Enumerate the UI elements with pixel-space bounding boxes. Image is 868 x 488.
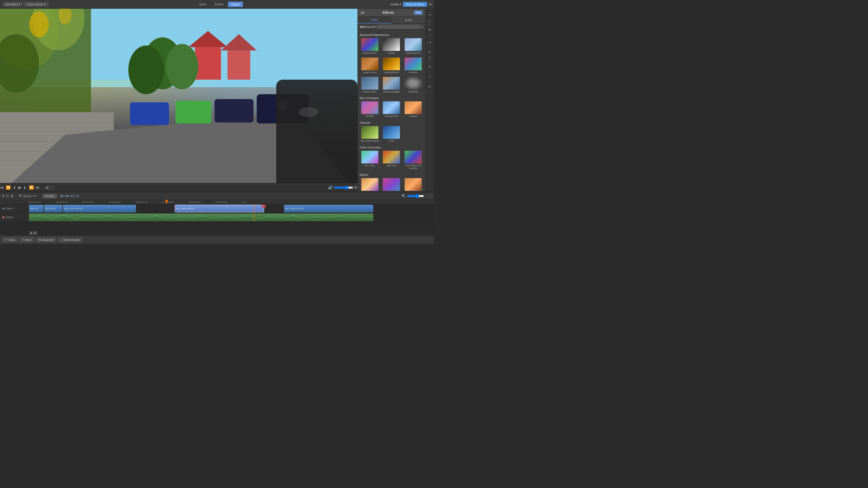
- effect-three-way-color[interactable]: Three-Way Color Corrector: [403, 150, 423, 170]
- create-button[interactable]: Create ▾: [390, 3, 401, 6]
- video-clip-img03[interactable]: IMG_03: [29, 205, 43, 212]
- effect-blend-with-original-label: Blend with Original: [361, 140, 379, 142]
- next-track-button[interactable]: ⏭: [36, 186, 40, 190]
- effect-reduce-noise-thumb: [361, 77, 378, 90]
- organizer-icon: ⊞: [39, 238, 41, 241]
- fx-icon-button[interactable]: fx: [426, 26, 434, 33]
- effect-split-tone[interactable]: Split Tone: [381, 150, 402, 170]
- play-button[interactable]: ▶: [19, 185, 21, 190]
- mode-quick-button[interactable]: Quick: [195, 2, 210, 7]
- effect-hsl-tuner-label: HSL Tuner: [365, 164, 375, 167]
- scroll-left-button[interactable]: ◀: [29, 231, 33, 235]
- effect-fast-blur[interactable]: Fast Blur: [360, 100, 380, 118]
- effect-lens-distortion[interactable]: Lens Distortion: [381, 177, 402, 192]
- effect-shadow-highlight[interactable]: Shadow/Highlight: [381, 76, 402, 94]
- effect-lighting-effects[interactable]: Lighting Effects: [381, 57, 402, 74]
- effect-mirror[interactable]: Mirror: [403, 177, 423, 192]
- effect-blend-with-original[interactable]: Blend with Original: [360, 125, 380, 143]
- list-icon-button[interactable]: ≡: [426, 63, 434, 70]
- effect-channel-mixer-label: Channel Mixer: [363, 52, 377, 55]
- prev-frame-button[interactable]: ⏪: [6, 185, 11, 190]
- mode-guided-button[interactable]: Guided: [211, 2, 227, 7]
- effect-lighting-effects-thumb: [383, 57, 400, 70]
- emoji-icon-button[interactable]: ☺: [426, 83, 434, 90]
- effect-image-control[interactable]: Image Control: [360, 57, 380, 74]
- effects-tabs: Video Audio: [358, 17, 425, 24]
- clip-delete-marker[interactable]: ✕: [262, 205, 266, 207]
- effect-gaussian-blur[interactable]: Gaussian Blur: [381, 100, 402, 118]
- export-button[interactable]: Export & Share: [403, 2, 427, 7]
- home-icon: ⌂: [61, 238, 62, 241]
- effect-haze-removal[interactable]: Haze Removal: [403, 37, 423, 55]
- timeline-fullscreen-button[interactable]: ⛶: [429, 194, 432, 198]
- undo-button[interactable]: ↩ Undo: [2, 237, 17, 242]
- effect-posterize[interactable]: Posterize: [403, 57, 423, 74]
- home-screen-button[interactable]: ⌂ Home Screen: [58, 237, 82, 242]
- timeline-settings-button[interactable]: ⚙: [2, 194, 5, 198]
- time-marker-1: 00:00:08:00: [56, 201, 67, 203]
- organizer-button[interactable]: ⊞ Organizer: [36, 237, 56, 242]
- step-back-button[interactable]: ⏴: [12, 186, 17, 190]
- panel-collapse-button[interactable]: ◀◀: [361, 11, 364, 14]
- video-track-row: 📹 Video 1 IMG_03 IMG_0368. IMG_0381.mov …: [0, 204, 434, 213]
- audio-clip-1[interactable]: [29, 214, 373, 221]
- step-forward-button[interactable]: ⏵: [23, 186, 27, 190]
- top-toolbar: Add Media ▾ Project Assets ▾ Quick Guide…: [0, 0, 434, 9]
- redo-button[interactable]: ↪ Redo: [19, 237, 34, 242]
- effect-channel-mixer[interactable]: Channel Mixer: [360, 37, 380, 55]
- markers-button[interactable]: ⚑: [19, 194, 22, 198]
- video-clip-img0381[interactable]: IMG_0381.mov [A]: [63, 205, 136, 212]
- music-section: ♪: [426, 72, 434, 82]
- render-button[interactable]: Render: [42, 194, 57, 198]
- video-track-content[interactable]: IMG_03 IMG_0368. IMG_0381.mov [A] IMG_03…: [29, 204, 434, 213]
- show-all-button[interactable]: ◀◀ Show All ▾: [360, 25, 377, 28]
- edit-icon-button[interactable]: ✂: [426, 11, 434, 19]
- clear-search-button[interactable]: ✕: [421, 25, 423, 29]
- video-clip-img0383[interactable]: IMG_0383.mov [A]: [175, 205, 264, 212]
- effect-fast-blur-thumb: [361, 101, 378, 114]
- audio-track-content[interactable]: [29, 213, 434, 222]
- fullscreen-button[interactable]: ⛶: [50, 185, 54, 190]
- zoom-in-button[interactable]: +: [426, 194, 428, 198]
- next-frame-button[interactable]: ⏩: [29, 185, 34, 190]
- video-clip-img0368[interactable]: IMG_0368.: [44, 205, 62, 212]
- safe-margins-button[interactable]: ⊞: [45, 185, 49, 190]
- volume-icon[interactable]: 🔊: [328, 185, 333, 190]
- timeline-scroll-arrows: ◀ ▶: [29, 231, 37, 235]
- effect-invert[interactable]: Invert: [381, 125, 402, 143]
- fx2-icon-button[interactable]: ƒx: [426, 39, 434, 46]
- add-icon-button[interactable]: +: [426, 48, 434, 56]
- settings-button-preview[interactable]: ⚙: [354, 185, 358, 190]
- effect-extract[interactable]: Extract: [381, 37, 402, 55]
- effect-vignetting[interactable]: Vignetting: [403, 76, 423, 94]
- tab-video[interactable]: Video: [358, 17, 392, 24]
- fix-button[interactable]: FIX: [414, 11, 423, 14]
- effect-posterize-label: Posterize: [409, 71, 418, 74]
- svg-rect-19: [195, 47, 221, 79]
- add-media-button[interactable]: Add Media ▾: [2, 2, 23, 7]
- zoom-slider[interactable]: [407, 194, 424, 198]
- edit-icon-label: EDIT: [429, 19, 431, 23]
- project-assets-button[interactable]: Project Assets ▾: [24, 2, 49, 7]
- video-clip-img0385[interactable]: IMG_0385.mov [A]: [284, 205, 373, 212]
- mode-expert-button[interactable]: Expert: [228, 2, 243, 7]
- settings-icon-button[interactable]: ⚙: [429, 3, 432, 6]
- effect-hsl-tuner[interactable]: HSL Tuner: [360, 150, 380, 170]
- volume-slider[interactable]: [334, 186, 353, 190]
- music-icon-button[interactable]: ♪: [426, 73, 434, 80]
- prev-track-button[interactable]: ⏮: [0, 186, 4, 190]
- effect-sharpen[interactable]: Sharpen: [403, 100, 423, 118]
- delete-clip-button[interactable]: 🗑: [10, 194, 13, 198]
- effects-help-button[interactable]: ?: [413, 11, 414, 14]
- scroll-right-button[interactable]: ▶: [33, 231, 37, 235]
- effects-search-input[interactable]: [378, 25, 420, 29]
- effect-corner-pin[interactable]: Corner Pin: [360, 177, 380, 192]
- effect-sharpen-thumb: [404, 101, 422, 114]
- zoom-out-button[interactable]: 🔍: [402, 194, 406, 198]
- zoom-fit-button[interactable]: ⊡: [6, 194, 9, 198]
- redo-label: Redo: [25, 238, 31, 241]
- tab-audio[interactable]: Audio: [392, 17, 426, 24]
- redo-icon: ↪: [22, 238, 24, 241]
- effect-reduce-noise[interactable]: Reduce Noise: [360, 76, 380, 94]
- double-left-icon: ◀◀: [360, 25, 364, 28]
